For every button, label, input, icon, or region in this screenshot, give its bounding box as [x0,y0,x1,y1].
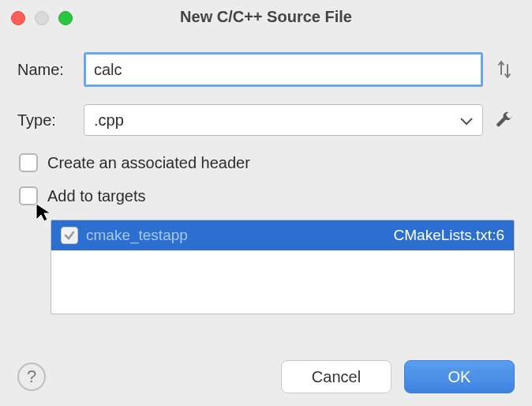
window-title: New C/C++ Source File [8,8,524,26]
type-select[interactable]: .cpp [84,104,483,136]
cursor-icon [35,202,52,223]
targets-listbox[interactable]: cmake_testapp CMakeLists.txt:6 [51,220,515,314]
cancel-button[interactable]: Cancel [281,360,392,393]
target-name: cmake_testapp [86,227,188,244]
create-header-checkbox[interactable] [19,153,38,172]
create-header-label: Create an associated header [47,154,250,172]
add-targets-label: Add to targets [47,187,146,205]
type-value: .cpp [94,111,124,130]
add-targets-checkbox[interactable] [19,186,38,205]
name-label: Name: [17,61,73,79]
target-file: CMakeLists.txt:6 [394,227,504,244]
minimize-window-button [35,11,49,25]
close-window-button[interactable] [11,11,25,25]
wrench-icon[interactable] [494,111,515,129]
sort-icon[interactable] [494,57,515,82]
type-label: Type: [17,111,73,130]
zoom-window-button[interactable] [58,11,73,25]
target-checkbox[interactable] [61,227,78,244]
help-button[interactable]: ? [17,363,46,391]
ok-button[interactable]: OK [404,360,515,393]
name-input[interactable] [84,52,483,87]
titlebar: New C/C++ Source File [0,0,532,33]
chevron-down-icon [460,111,473,130]
target-row[interactable]: cmake_testapp CMakeLists.txt:6 [51,220,514,250]
